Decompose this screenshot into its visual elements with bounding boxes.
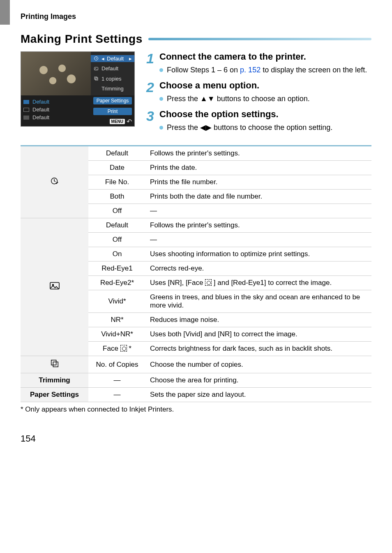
desc-text: Uses [NR], [Face (150, 279, 205, 287)
left-right-arrow-icon: ◀▶ (200, 123, 212, 132)
lcd-left-value: Default (32, 99, 49, 105)
square-icon (23, 116, 29, 120)
desc-cell: Prints the file number. (146, 175, 371, 190)
left-arrow-icon: ◂ (101, 56, 104, 62)
group-icon-cell (21, 146, 88, 218)
copies-icon (50, 359, 59, 368)
paper-settings-pill: Paper Settings (93, 97, 132, 104)
bullet-text: Press the (167, 123, 200, 132)
step-1: 1 Connect the camera to the printer. Fol… (146, 51, 371, 75)
copies-icon (93, 76, 99, 81)
bullet-text: buttons to choose the option setting. (212, 123, 332, 132)
option-cell: Off (88, 233, 146, 247)
face-icon (120, 345, 127, 352)
photo-icon (50, 282, 60, 290)
heading-bar (148, 38, 371, 40)
desc-cell: Uses [NR], [Face ] and [Red-Eye1] to cor… (146, 276, 371, 290)
desc-cell: Corrects brightness for dark faces, such… (146, 342, 371, 356)
table-row: Trimming — Choose the area for printing. (21, 373, 371, 388)
option-cell: Red-Eye1 (88, 261, 146, 276)
svg-rect-9 (53, 362, 58, 367)
lcd-value: Default (101, 65, 118, 72)
table-row: Default Follows the printer's settings. (21, 146, 371, 161)
page-title: Making Print Settings (21, 32, 371, 46)
lcd-row-copies: 1 copies (91, 75, 134, 82)
square-icon (23, 100, 29, 104)
lcd-row-datetime: ◂ Default ▸ (91, 55, 134, 62)
step-title: Connect the camera to the printer. (159, 51, 367, 62)
row-label: Trimming (21, 373, 88, 388)
group-icon-cell (21, 356, 88, 373)
row-label: Paper Settings (21, 388, 88, 402)
up-down-arrow-icon: ▲▼ (200, 95, 215, 103)
lcd-value: Default (107, 56, 124, 62)
option-cell: No. of Copies (88, 356, 146, 373)
section-header: Printing Images (21, 12, 371, 21)
lcd-left-row: Default (23, 113, 88, 121)
option-cell: Default (88, 146, 146, 161)
desc-cell: Prints the date. (146, 161, 371, 175)
desc-text: ] and [Red-Eye1] to correct the image. (212, 279, 332, 287)
page-link[interactable]: p. 152 (240, 66, 261, 74)
desc-cell: Reduces image noise. (146, 313, 371, 327)
face-icon (205, 279, 212, 286)
lcd-value: Trimming (101, 86, 124, 92)
footnote: * Only appears when connected to Inkjet … (21, 405, 371, 414)
clock-icon (93, 56, 99, 61)
option-cell: On (88, 247, 146, 261)
desc-cell: Corrects red-eye. (146, 261, 371, 276)
svg-rect-8 (51, 360, 56, 365)
square-icon (23, 108, 29, 112)
option-cell: Vivid+NR* (88, 327, 146, 342)
desc-cell: — (146, 204, 371, 218)
opt-text: * (127, 345, 131, 352)
option-cell: File No. (88, 175, 146, 190)
lcd-row-effect: Default (91, 65, 134, 72)
option-cell: Red-Eye2* (88, 276, 146, 290)
menu-back: MENU ↶ (91, 117, 134, 126)
step-2: 2 Choose a menu option. Press the ▲▼ but… (146, 80, 371, 104)
lcd-thumbnail (21, 52, 91, 95)
desc-cell: Sets the paper size and layout. (146, 388, 371, 402)
clock-check-icon (50, 177, 59, 186)
option-cell: Default (88, 218, 146, 233)
option-cell: — (88, 388, 146, 402)
right-arrow-icon: ▸ (129, 56, 132, 62)
lcd-value: 1 copies (101, 76, 121, 82)
step-number: 2 (146, 80, 157, 104)
desc-cell: Follows the printer's settings. (146, 218, 371, 233)
table-row: Paper Settings — Sets the paper size and… (21, 388, 371, 402)
desc-cell: Choose the area for printing. (146, 373, 371, 388)
svg-rect-4 (95, 78, 98, 80)
lcd-left-row: Default (23, 106, 88, 113)
desc-cell: Follows the printer's settings. (146, 146, 371, 161)
lcd-left-value: Default (32, 114, 49, 120)
page-number: 154 (21, 433, 371, 444)
option-cell: Off (88, 204, 146, 218)
back-arrow-icon: ↶ (127, 118, 132, 125)
option-cell: Vivid* (88, 290, 146, 313)
step-number: 1 (146, 51, 157, 75)
step-3: 3 Choose the option settings. Press the … (146, 109, 371, 133)
desc-cell: Prints both the date and file number. (146, 190, 371, 204)
step-number: 3 (146, 109, 157, 133)
desc-cell: Greens in trees, and blues in the sky an… (146, 290, 371, 313)
step-title: Choose the option settings. (159, 109, 332, 120)
option-cell: Face * (88, 342, 146, 356)
step-bullet: Follow Steps 1 – 6 on p. 152 to display … (159, 65, 367, 75)
steps: 1 Connect the camera to the printer. Fol… (146, 51, 371, 138)
bullet-text: to display the screen on the left. (261, 66, 367, 74)
print-pill: Print (93, 108, 132, 115)
settings-table: Default Follows the printer's settings. … (21, 145, 371, 402)
photo-icon (93, 66, 99, 71)
option-cell: Both (88, 190, 146, 204)
menu-badge: MENU (110, 119, 125, 124)
bullet-text: Press the (167, 95, 200, 103)
bullet-text: Follow Steps 1 – 6 on (167, 66, 240, 74)
svg-rect-3 (95, 77, 97, 79)
step-title: Choose a menu option. (159, 80, 310, 91)
desc-cell: — (146, 233, 371, 247)
desc-cell: Uses both [Vivid] and [NR] to correct th… (146, 327, 371, 342)
bullet-text: buttons to choose an option. (215, 95, 310, 103)
step-bullet: Press the ◀▶ buttons to choose the optio… (159, 122, 332, 133)
